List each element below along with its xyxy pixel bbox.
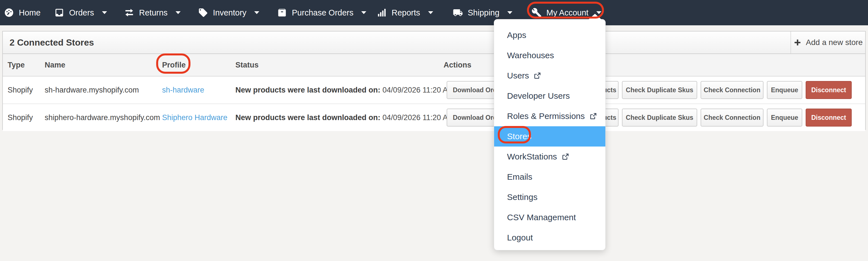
connected-stores-panel: 2 Connected Stores Add a new store Type … [2, 31, 866, 130]
dropdown-arrow [589, 14, 601, 20]
menu-item-csv-management[interactable]: CSV Management [494, 207, 606, 228]
table-row: Shopify shiphero-hardware.myshopify.com … [3, 104, 865, 131]
check-connection-button[interactable]: Check Connection [701, 109, 764, 126]
menu-item-roles-permissions[interactable]: Roles & Permissions [494, 106, 606, 126]
nav-label: Reports [392, 8, 420, 18]
menu-item-settings[interactable]: Settings [494, 187, 606, 207]
external-link-icon [561, 153, 569, 161]
archive-icon [277, 8, 287, 18]
top-nav: Home Orders Returns Inventory Purchase O… [0, 0, 868, 25]
column-header-actions: Actions [443, 54, 471, 76]
enqueue-button[interactable]: Enqueue [767, 81, 802, 99]
add-store-button[interactable]: Add a new store [790, 31, 865, 53]
gauge-icon [4, 8, 14, 18]
menu-item-developer-users[interactable]: Developer Users [494, 86, 606, 106]
external-link-icon [533, 72, 541, 80]
status-label: New products were last downloaded on: [236, 113, 380, 122]
status-date: 04/09/2026 11:20 AM [382, 113, 454, 122]
nav-item-inventory[interactable]: Inventory [198, 0, 259, 25]
panel-header: 2 Connected Stores Add a new store [3, 31, 865, 54]
menu-item-apps[interactable]: Apps [494, 25, 606, 45]
enqueue-button[interactable]: Enqueue [767, 109, 802, 126]
column-header-profile: Profile [162, 54, 186, 76]
menu-item-emails[interactable]: Emails [494, 167, 606, 187]
check-duplicate-skus-button[interactable]: Check Duplicate Skus [622, 81, 697, 99]
nav-item-purchase-orders[interactable]: Purchase Orders [277, 0, 366, 25]
store-profile-link[interactable]: sh-hardware [162, 86, 204, 94]
nav-label: Shipping [468, 8, 499, 18]
chevron-down-icon [361, 11, 366, 14]
menu-item-workstations[interactable]: WorkStations [494, 147, 606, 167]
nav-item-orders[interactable]: Orders [54, 0, 107, 25]
menu-item-stores[interactable]: Stores [494, 126, 606, 147]
chevron-down-icon [176, 11, 181, 14]
menu-item-users[interactable]: Users [494, 65, 606, 86]
table-row: Shopify sh-hardware.myshopify.com sh-har… [3, 77, 865, 104]
nav-label: Returns [139, 8, 168, 18]
chevron-down-icon [102, 11, 107, 14]
store-profile-link[interactable]: Shiphero Hardware [162, 113, 227, 122]
bar-chart-icon [377, 8, 387, 18]
menu-item-warehouses[interactable]: Warehouses [494, 45, 606, 65]
nav-label: Inventory [213, 8, 246, 18]
check-connection-button[interactable]: Check Connection [701, 81, 764, 99]
nav-label: Home [19, 8, 40, 18]
chevron-down-icon [507, 11, 513, 14]
store-type: Shopify [8, 104, 33, 131]
table-header-row: Type Name Profile Status Actions [3, 54, 865, 77]
nav-item-returns[interactable]: Returns [124, 0, 181, 25]
nav-item-reports[interactable]: Reports [377, 0, 433, 25]
nav-label: Purchase Orders [292, 8, 353, 18]
page-title: 2 Connected Stores [9, 31, 94, 53]
my-account-menu: Apps Warehouses Users Developer Users Ro… [494, 19, 606, 250]
wrench-icon [531, 8, 541, 18]
store-type: Shopify [8, 77, 33, 104]
plus-icon [794, 38, 801, 47]
column-header-status: Status [236, 54, 259, 76]
disconnect-button[interactable]: Disconnect [806, 109, 852, 126]
disconnect-button[interactable]: Disconnect [806, 81, 852, 99]
nav-label: My Account [546, 8, 589, 18]
tag-icon [198, 8, 208, 18]
store-status: New products were last downloaded on: 04… [236, 77, 454, 104]
menu-item-logout[interactable]: Logout [494, 228, 606, 248]
status-label: New products were last downloaded on: [236, 86, 380, 94]
column-header-name: Name [45, 54, 65, 76]
status-date: 04/09/2026 11:20 AM [382, 86, 454, 94]
check-duplicate-skus-button[interactable]: Check Duplicate Skus [622, 109, 697, 126]
chevron-down-icon [428, 11, 433, 14]
exchange-icon [124, 8, 134, 18]
nav-item-home[interactable]: Home [4, 0, 40, 25]
external-link-icon [589, 113, 597, 120]
inbox-icon [54, 8, 64, 18]
truck-icon [453, 8, 463, 18]
store-name: shiphero-hardware.myshopify.com [45, 104, 160, 131]
nav-label: Orders [69, 8, 94, 18]
add-store-label: Add a new store [806, 38, 863, 47]
store-status: New products were last downloaded on: 04… [236, 104, 454, 131]
screen: Home Orders Returns Inventory Purchase O… [0, 0, 868, 261]
store-name: sh-hardware.myshopify.com [45, 77, 139, 104]
chevron-down-icon [254, 11, 259, 14]
column-header-type: Type [8, 54, 25, 76]
